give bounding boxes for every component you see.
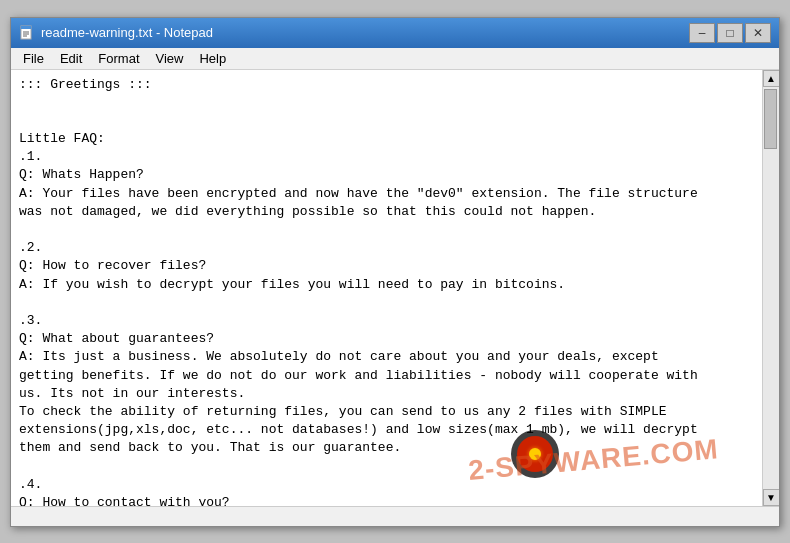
notepad-window: readme-warning.txt - Notepad – □ ✕ File … [10,17,780,527]
scrollbar-thumb[interactable] [764,89,777,149]
window-controls: – □ ✕ [689,23,771,43]
menu-help[interactable]: Help [191,49,234,68]
scrollbar-track-area[interactable] [763,87,779,489]
menu-file[interactable]: File [15,49,52,68]
text-content[interactable]: ::: Greetings ::: Little FAQ: .1. Q: Wha… [11,70,762,506]
title-bar: readme-warning.txt - Notepad – □ ✕ [11,18,779,48]
maximize-button[interactable]: □ [717,23,743,43]
scroll-up-button[interactable]: ▲ [763,70,780,87]
scroll-down-button[interactable]: ▼ [763,489,780,506]
status-bar [11,506,779,526]
menu-edit[interactable]: Edit [52,49,90,68]
app-icon [19,25,35,41]
svg-rect-1 [21,26,31,29]
window-title: readme-warning.txt - Notepad [41,25,689,40]
menu-format[interactable]: Format [90,49,147,68]
close-button[interactable]: ✕ [745,23,771,43]
scrollbar[interactable]: ▲ ▼ [762,70,779,506]
minimize-button[interactable]: – [689,23,715,43]
content-area: ::: Greetings ::: Little FAQ: .1. Q: Wha… [11,70,779,506]
menu-bar: File Edit Format View Help [11,48,779,70]
menu-view[interactable]: View [148,49,192,68]
